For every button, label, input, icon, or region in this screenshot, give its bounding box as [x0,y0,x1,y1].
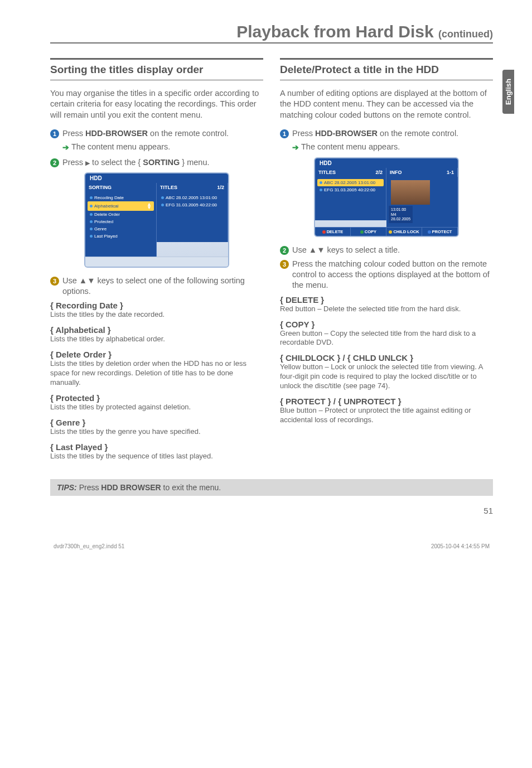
play-icon: ▶ [85,160,90,166]
sorting-menu-screenshot: HDD SORTING Recoding DateAlphabetical▲▼D… [84,172,229,268]
title-sub: (continued) [438,28,493,40]
right-intro: A number of editing options are displaye… [280,88,493,121]
option-heading: { Recording Date } [50,301,263,310]
option-desc: Lists the titles by the date recorded. [50,310,263,320]
step-number-3: 3 [280,260,289,269]
option-desc: Lists the titles by the sequence of titl… [50,452,263,461]
footer: dvdr7300h_eu_eng2.indd 51 2005-10-04 4:1… [50,543,493,549]
option-desc: Yellow button – Lock or unlock the selec… [280,363,493,391]
option-heading: { Protected } [50,393,263,403]
left-step-2: 2 Press ▶ to select the { SORTING } menu… [50,157,263,168]
option-heading: { CHILDLOCK } / { CHLD UNLCK } [280,353,493,363]
step-number-2: 2 [50,158,59,167]
language-tab: English [502,70,514,114]
step-1-text: Press HDD-BROWSER on the remote control. [62,128,229,139]
titles-menu-screenshot: HDD TITLES2/2 ABC 28.02.2005 13:01:00EFG… [314,157,459,237]
right-column: Delete/Protect a title in the HDD A numb… [280,54,493,467]
preview-thumbnail [391,180,430,205]
page-number: 51 [50,506,493,515]
option-heading: { COPY } [280,320,493,329]
arrow-icon: ➔ [62,143,69,152]
right-step-3: 3 Press the matching colour coded button… [280,259,493,291]
left-section-title: Sorting the titles display order [50,58,263,80]
option-heading: { Alphabetical } [50,325,263,335]
option-heading: { DELETE } [280,295,493,305]
page-title: Playback from Hard Disk (continued) [50,22,493,44]
step-number-3: 3 [50,277,59,286]
option-desc: Lists the titles by deletion order when … [50,359,263,388]
option-desc: Green button – Copy the selected title f… [280,329,493,348]
left-arrow-1: ➔ The content menu appears. [50,142,263,152]
option-desc: Blue button – Protect or unprotect the t… [280,406,493,425]
option-desc: Lists the titles by alphabetical order. [50,335,263,344]
left-step-3: 3 Use ▲▼ keys to select one of the follo… [50,276,263,297]
step-1-text: Press HDD-BROWSER on the remote control. [292,128,458,139]
option-desc: Lists the titles by the genre you have s… [50,427,263,437]
option-desc: Red button – Delete the selected title f… [280,305,493,314]
step-number-1: 1 [50,129,59,138]
step-2-text: Press ▶ to select the { SORTING } menu. [62,157,209,168]
title-main: Playback from Hard Disk [236,22,438,41]
option-heading: { Last Played } [50,442,263,452]
right-step-2: 2 Use ▲▼ keys to select a title. [280,245,493,255]
left-step-1: 1 Press HDD-BROWSER on the remote contro… [50,128,263,139]
step-number-1: 1 [280,129,289,138]
left-intro: You may organise the titles in a specifi… [50,88,263,121]
step-number-2: 2 [280,246,289,255]
right-step-1: 1 Press HDD-BROWSER on the remote contro… [280,128,493,139]
left-column: Sorting the titles display order You may… [50,54,263,467]
option-desc: Lists the titles by protected against de… [50,403,263,412]
arrow-icon: ➔ [292,143,299,152]
tips-bar: TIPS: Press HDD BROWSER to exit the menu… [50,479,493,496]
right-arrow-1: ➔ The content menu appears. [280,142,493,152]
right-section-title: Delete/Protect a title in the HDD [280,58,493,80]
option-heading: { Delete Order } [50,350,263,359]
option-heading: { PROTECT } / { UNPROTECT } [280,397,493,406]
option-heading: { Genre } [50,418,263,427]
